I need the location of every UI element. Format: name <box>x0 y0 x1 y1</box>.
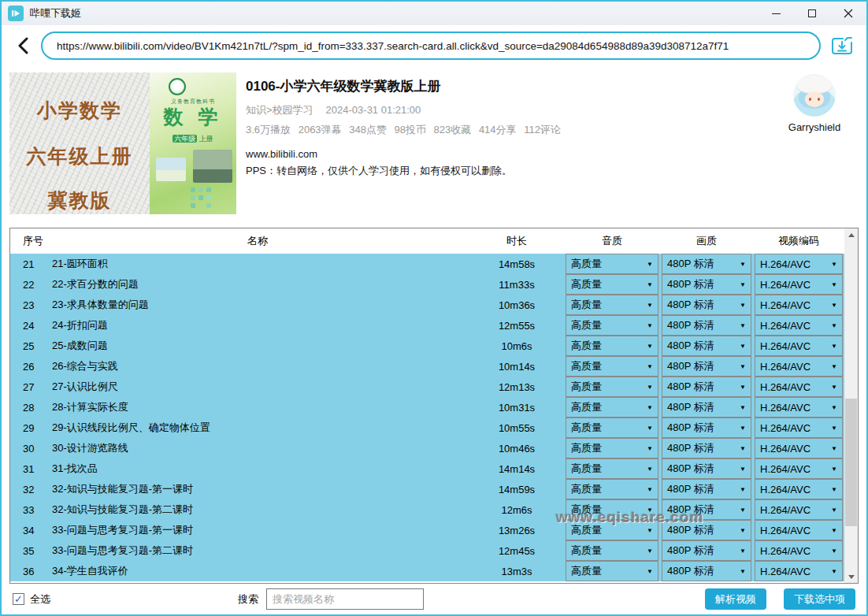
codec-dropdown[interactable]: H.264/AVC ▼ <box>755 540 843 561</box>
codec-dropdown[interactable]: H.264/AVC ▼ <box>755 520 843 540</box>
table-row[interactable]: 31 31-找次品 14m14s 高质量 ▼ 480P 标清 ▼ H.264/A… <box>10 458 858 479</box>
dropdown-arrow-icon: ▼ <box>647 547 653 555</box>
codec-dropdown[interactable]: H.264/AVC ▼ <box>755 479 843 499</box>
audio-quality-dropdown[interactable]: 高质量 ▼ <box>566 295 658 315</box>
codec-dropdown[interactable]: H.264/AVC ▼ <box>755 397 843 417</box>
audio-quality-dropdown[interactable]: 高质量 ▼ <box>566 377 658 397</box>
search-input[interactable] <box>266 588 424 610</box>
codec-dropdown[interactable]: H.264/AVC ▼ <box>755 377 843 397</box>
audio-quality-dropdown[interactable]: 高质量 ▼ <box>566 254 658 274</box>
video-quality-dropdown[interactable]: 480P 标清 ▼ <box>662 499 751 520</box>
codec-dropdown[interactable]: H.264/AVC ▼ <box>755 254 843 274</box>
back-button[interactable] <box>9 32 36 59</box>
table-row[interactable]: 27 27-认识比例尺 12m13s 高质量 ▼ 480P 标清 ▼ H.264… <box>10 377 858 397</box>
open-download-folder-button[interactable] <box>825 32 859 60</box>
book-emblem-icon <box>169 78 186 95</box>
video-quality-dropdown[interactable]: 480P 标清 ▼ <box>662 438 751 458</box>
close-button[interactable] <box>830 2 866 25</box>
audio-quality-dropdown[interactable]: 高质量 ▼ <box>566 417 658 438</box>
video-quality-dropdown[interactable]: 480P 标清 ▼ <box>662 336 751 356</box>
codec-dropdown[interactable]: H.264/AVC ▼ <box>755 561 843 581</box>
table-row[interactable]: 21 21-圆环面积 14m58s 高质量 ▼ 480P 标清 ▼ H.264/… <box>10 254 858 274</box>
codec-dropdown[interactable]: H.264/AVC ▼ <box>755 438 843 458</box>
dropdown-arrow-icon: ▼ <box>831 507 837 514</box>
video-quality-dropdown[interactable]: 480P 标清 ▼ <box>662 397 751 417</box>
row-name: 33-问题与思考复习题-第二课时 <box>46 544 469 558</box>
row-duration: 10m46s <box>469 443 564 455</box>
audio-quality-dropdown[interactable]: 高质量 ▼ <box>566 356 658 377</box>
audio-quality-dropdown[interactable]: 高质量 ▼ <box>566 438 658 458</box>
video-quality-dropdown[interactable]: 480P 标清 ▼ <box>662 520 751 540</box>
codec-dropdown[interactable]: H.264/AVC ▼ <box>755 356 843 377</box>
table-row[interactable]: 33 32-知识与技能复习题-第二课时 12m6s 高质量 ▼ 480P 标清 … <box>10 499 858 520</box>
video-quality-dropdown[interactable]: 480P 标清 ▼ <box>662 356 751 377</box>
codec-dropdown[interactable]: H.264/AVC ▼ <box>755 315 843 336</box>
table-scrollbar[interactable] <box>844 228 858 583</box>
row-duration: 12m55s <box>469 320 564 332</box>
table-row[interactable]: 22 22-求百分数的问题 11m33s 高质量 ▼ 480P 标清 ▼ H.2… <box>10 274 858 295</box>
table-row[interactable]: 25 25-成数问题 10m6s 高质量 ▼ 480P 标清 ▼ H.264/A… <box>10 336 858 356</box>
header-audio: 音质 <box>564 234 660 248</box>
table-row[interactable]: 35 33-问题与思考复习题-第二课时 12m45s 高质量 ▼ 480P 标清… <box>10 540 858 561</box>
table-row[interactable]: 28 28-计算实际长度 10m31s 高质量 ▼ 480P 标清 ▼ H.26… <box>10 397 858 417</box>
dropdown-arrow-icon: ▼ <box>647 343 653 350</box>
dropdown-arrow-icon: ▼ <box>831 425 837 432</box>
parse-video-button[interactable]: 解析视频 <box>705 588 766 610</box>
dropdown-arrow-icon: ▼ <box>740 281 746 288</box>
video-quality-dropdown[interactable]: 480P 标清 ▼ <box>662 561 751 581</box>
minimize-button[interactable] <box>758 2 794 25</box>
audio-quality-dropdown[interactable]: 高质量 ▼ <box>566 479 658 499</box>
audio-quality-dropdown[interactable]: 高质量 ▼ <box>566 315 658 336</box>
video-quality-dropdown[interactable]: 480P 标清 ▼ <box>662 458 751 479</box>
book-cover-picture-small <box>156 158 186 181</box>
video-quality-dropdown[interactable]: 480P 标清 ▼ <box>662 377 751 397</box>
audio-quality-dropdown[interactable]: 高质量 ▼ <box>566 561 658 581</box>
codec-dropdown[interactable]: H.264/AVC ▼ <box>755 295 843 315</box>
codec-dropdown[interactable]: H.264/AVC ▼ <box>755 274 843 295</box>
table-row[interactable]: 36 34-学生自我评价 13m3s 高质量 ▼ 480P 标清 ▼ H.264… <box>10 561 858 581</box>
scrollbar-up-button[interactable] <box>844 228 858 241</box>
table-row[interactable]: 34 33-问题与思考复习题-第一课时 13m26s 高质量 ▼ 480P 标清… <box>10 520 858 540</box>
audio-quality-dropdown[interactable]: 高质量 ▼ <box>566 520 658 540</box>
row-name: 30-设计游览路线 <box>46 441 469 455</box>
url-input[interactable]: https://www.bilibili.com/video/BV1Km421n… <box>41 32 821 60</box>
audio-quality-dropdown[interactable]: 高质量 ▼ <box>566 274 658 295</box>
row-number: 32 <box>10 484 46 495</box>
dropdown-arrow-icon: ▼ <box>647 384 653 391</box>
audio-quality-dropdown[interactable]: 高质量 ▼ <box>566 499 658 520</box>
video-quality-dropdown[interactable]: 480P 标清 ▼ <box>662 479 751 499</box>
download-selected-button[interactable]: 下载选中项 <box>784 588 855 610</box>
codec-dropdown[interactable]: H.264/AVC ▼ <box>755 458 843 479</box>
table-row[interactable]: 24 24-折扣问题 12m55s 高质量 ▼ 480P 标清 ▼ H.264/… <box>10 315 858 336</box>
audio-quality-dropdown[interactable]: 高质量 ▼ <box>566 458 658 479</box>
video-quality-dropdown[interactable]: 480P 标清 ▼ <box>662 417 751 438</box>
thumbnail-text-line1: 小学数学 <box>9 98 150 124</box>
video-quality-dropdown[interactable]: 480P 标清 ▼ <box>662 315 751 336</box>
audio-quality-dropdown[interactable]: 高质量 ▼ <box>566 540 658 561</box>
select-all-checkbox[interactable]: ✓ <box>13 593 24 605</box>
scrollbar-down-button[interactable] <box>844 570 858 583</box>
dropdown-arrow-icon: ▼ <box>647 281 653 288</box>
table-row[interactable]: 29 29-认识线段比例尺、确定物体位置 10m55s 高质量 ▼ 480P 标… <box>10 417 858 438</box>
close-icon <box>844 9 853 18</box>
video-quality-dropdown[interactable]: 480P 标清 ▼ <box>662 295 751 315</box>
codec-dropdown[interactable]: H.264/AVC ▼ <box>755 417 843 438</box>
row-name: 34-学生自我评价 <box>46 564 469 578</box>
codec-dropdown[interactable]: H.264/AVC ▼ <box>755 499 843 520</box>
table-row[interactable]: 32 32-知识与技能复习题-第一课时 14m59s 高质量 ▼ 480P 标清… <box>10 479 858 499</box>
table-row[interactable]: 30 30-设计游览路线 10m46s 高质量 ▼ 480P 标清 ▼ H.26… <box>10 438 858 458</box>
row-name: 33-问题与思考复习题-第一课时 <box>46 523 469 537</box>
codec-dropdown[interactable]: H.264/AVC ▼ <box>755 336 843 356</box>
header-duration: 时长 <box>469 234 564 248</box>
audio-quality-dropdown[interactable]: 高质量 ▼ <box>566 336 658 356</box>
video-quality-dropdown[interactable]: 480P 标清 ▼ <box>662 540 751 561</box>
uploader-avatar[interactable] <box>793 74 836 117</box>
table-header: 序号 名称 时长 音质 画质 视频编码 <box>10 228 858 254</box>
table-row[interactable]: 23 23-求具体数量的问题 10m36s 高质量 ▼ 480P 标清 ▼ H.… <box>10 295 858 315</box>
video-quality-dropdown[interactable]: 480P 标清 ▼ <box>662 254 751 274</box>
audio-quality-dropdown[interactable]: 高质量 ▼ <box>566 397 658 417</box>
scrollbar-thumb[interactable] <box>845 399 857 526</box>
table-row[interactable]: 26 26-综合与实践 10m14s 高质量 ▼ 480P 标清 ▼ H.264… <box>10 356 858 377</box>
video-quality-dropdown[interactable]: 480P 标清 ▼ <box>662 274 751 295</box>
maximize-button[interactable] <box>794 2 830 25</box>
